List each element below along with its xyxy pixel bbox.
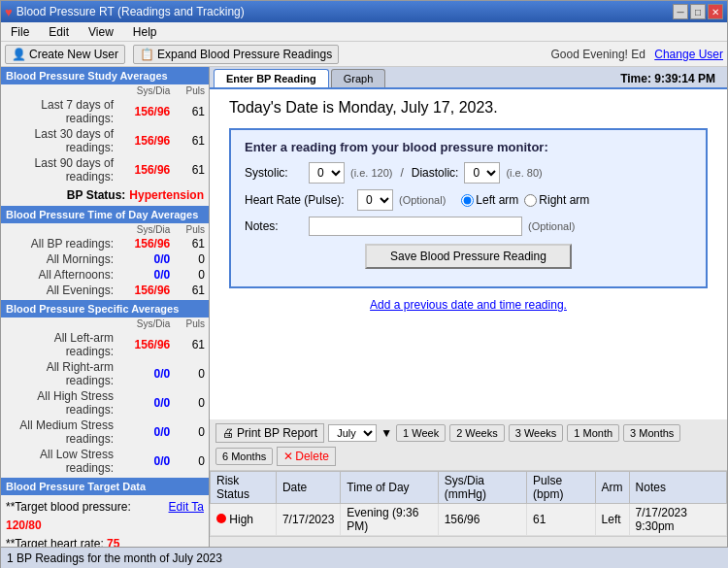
row-label: All Medium Stress readings: — [1, 418, 117, 447]
pulse-cell: 61 — [527, 504, 596, 536]
target-data-content: Edit Ta **Target blood pressure: 120/80 … — [1, 495, 209, 548]
expand-icon: 📋 — [140, 48, 154, 61]
row-pulse: 61 — [174, 126, 209, 155]
col-arm: Arm — [595, 472, 629, 504]
menu-edit[interactable]: Edit — [43, 24, 75, 40]
delete-button[interactable]: ✕ Delete — [277, 447, 336, 466]
row-pulse: 0 — [174, 388, 209, 418]
target-bp-label: **Target blood pressure: — [6, 500, 131, 514]
row-sysdia: 156/96 — [117, 330, 174, 359]
print-label: Print BP Report — [237, 426, 317, 440]
print-bp-button[interactable]: 🖨 Print BP Report — [215, 423, 324, 443]
row-pulse: 61 — [174, 330, 209, 359]
tab-bar: Enter BP Reading Graph Time: 9:39:14 PM — [210, 67, 727, 89]
menu-bar: File Edit View Help — [1, 22, 727, 42]
row-pulse: 0 — [174, 267, 209, 283]
col-sysdia: Sys/Dia (mmHg) — [438, 472, 526, 504]
row-pulse: 0 — [174, 251, 209, 267]
time-of-day-section: Blood Pressure Time of Day Averages Sys/… — [1, 206, 209, 298]
row-label: All Afternoons: — [1, 267, 117, 283]
title-bar-left: ♥ Blood Pressure RT (Readings and Tracki… — [5, 5, 245, 19]
bp-entry-area: Today's Date is Monday, July 17, 2023. E… — [210, 89, 727, 419]
change-user-link[interactable]: Change User — [654, 48, 723, 61]
expand-readings-button[interactable]: 📋 Expand Blood Pressure Readings — [133, 45, 339, 64]
row-pulse: 0 — [174, 447, 209, 476]
right-arm-radio[interactable] — [524, 194, 537, 207]
add-previous-link[interactable]: Add a previous date and time reading. — [229, 298, 708, 312]
separator: / — [400, 166, 403, 180]
right-arm-radio-label[interactable]: Right arm — [524, 193, 589, 207]
status-bar: 1 BP Readings for the month of July 2023 — [1, 547, 728, 568]
notes-input[interactable] — [309, 217, 522, 236]
month-select[interactable]: July — [328, 424, 377, 442]
dropdown-arrow-icon: ▼ — [381, 426, 392, 440]
table-row: All BP readings: 156/96 61 — [1, 236, 209, 251]
table-row: Last 90 days of readings: 156/96 61 — [1, 155, 209, 184]
time-of-day-header: Blood Pressure Time of Day Averages — [1, 206, 209, 223]
period-2weeks[interactable]: 2 Weeks — [449, 424, 505, 442]
study-averages-table: Sys/Dia Puls Last 7 days of readings: 15… — [1, 84, 209, 184]
row-label: All Right-arm readings: — [1, 359, 117, 388]
row-sysdia: 0/0 — [117, 388, 174, 418]
period-6months[interactable]: 6 Months — [215, 448, 273, 465]
edit-target-link[interactable]: Edit Ta — [169, 498, 204, 517]
toolbar: 👤 Create New User 📋 Expand Blood Pressur… — [1, 42, 727, 67]
table-row: Last 7 days of readings: 156/96 61 — [1, 97, 209, 126]
tod-col-sysdia: Sys/Dia — [117, 223, 174, 236]
sidebar: Blood Pressure Study Averages Sys/Dia Pu… — [1, 67, 210, 548]
study-averages-section: Blood Pressure Study Averages Sys/Dia Pu… — [1, 67, 209, 204]
period-3weeks[interactable]: 3 Weeks — [509, 424, 564, 442]
period-1month[interactable]: 1 Month — [567, 424, 619, 442]
user-icon: 👤 — [12, 48, 26, 61]
table-row: High 7/17/2023 Evening (9:36 PM) 156/96 … — [211, 504, 727, 536]
pulse-select[interactable]: 0 — [357, 189, 393, 211]
left-arm-radio-label[interactable]: Left arm — [461, 193, 518, 207]
arm-radio-group: Left arm Right arm — [461, 193, 589, 207]
entry-box: Enter a reading from your blood pressure… — [229, 128, 708, 288]
col-notes: Notes — [629, 472, 726, 504]
risk-dot — [216, 514, 226, 523]
app-title: Blood Pressure RT (Readings and Tracking… — [17, 5, 245, 18]
minimize-button[interactable]: ─ — [673, 4, 688, 19]
table-row: All Mornings: 0/0 0 — [1, 251, 209, 267]
table-row: All Evenings: 156/96 61 — [1, 283, 209, 298]
row-label: All Left-arm readings: — [1, 330, 117, 359]
readings-data-table: Risk Status Date Time of Day Sys/Dia (mm… — [210, 471, 727, 536]
systolic-select[interactable]: 0 — [309, 162, 345, 184]
spec-col-sysdia: Sys/Dia — [117, 317, 174, 330]
specific-averages-header: Blood Pressure Specific Averages — [1, 300, 209, 317]
title-bar: ♥ Blood Pressure RT (Readings and Tracki… — [1, 1, 727, 22]
period-3months[interactable]: 3 Months — [623, 424, 680, 442]
readings-toolbar: 🖨 Print BP Report July ▼ 1 Week 2 Weeks … — [210, 419, 727, 471]
right-content: Enter BP Reading Graph Time: 9:39:14 PM … — [210, 67, 727, 548]
menu-help[interactable]: Help — [127, 24, 163, 40]
menu-file[interactable]: File — [5, 24, 35, 40]
tab-graph[interactable]: Graph — [331, 69, 386, 87]
row-pulse: 0 — [174, 418, 209, 447]
row-sysdia: 0/0 — [117, 418, 174, 447]
bp-status-value: Hypertension — [129, 188, 204, 202]
notes-cell: 7/17/2023 9:30pm — [629, 504, 726, 536]
save-bp-button[interactable]: Save Blood Pressure Reading — [365, 244, 572, 269]
col-date: Date — [276, 472, 340, 504]
create-user-button[interactable]: 👤 Create New User — [5, 45, 125, 64]
main-layout: Blood Pressure Study Averages Sys/Dia Pu… — [1, 67, 727, 548]
tab-enter-bp[interactable]: Enter BP Reading — [214, 69, 329, 87]
row-sysdia: 156/96 — [117, 236, 174, 251]
notes-hint: (Optional) — [528, 220, 575, 232]
diastolic-hint: (i.e. 80) — [506, 167, 542, 179]
diastolic-select[interactable]: 0 — [464, 162, 500, 184]
study-col-puls: Puls — [174, 84, 209, 97]
row-sysdia: 156/96 — [117, 283, 174, 298]
left-arm-radio[interactable] — [461, 194, 474, 207]
close-button[interactable]: ✕ — [708, 4, 723, 19]
table-row: All Right-arm readings: 0/0 0 — [1, 359, 209, 388]
row-pulse: 0 — [174, 359, 209, 388]
tod-col-puls: Puls — [174, 223, 209, 236]
maximize-button[interactable]: □ — [690, 4, 706, 19]
readings-table-container: Risk Status Date Time of Day Sys/Dia (mm… — [210, 471, 727, 536]
greeting-text: Good Evening! Ed — [551, 48, 645, 61]
menu-view[interactable]: View — [83, 24, 119, 40]
time-display: Time: 9:39:14 PM — [612, 70, 723, 87]
period-1week[interactable]: 1 Week — [396, 424, 446, 442]
